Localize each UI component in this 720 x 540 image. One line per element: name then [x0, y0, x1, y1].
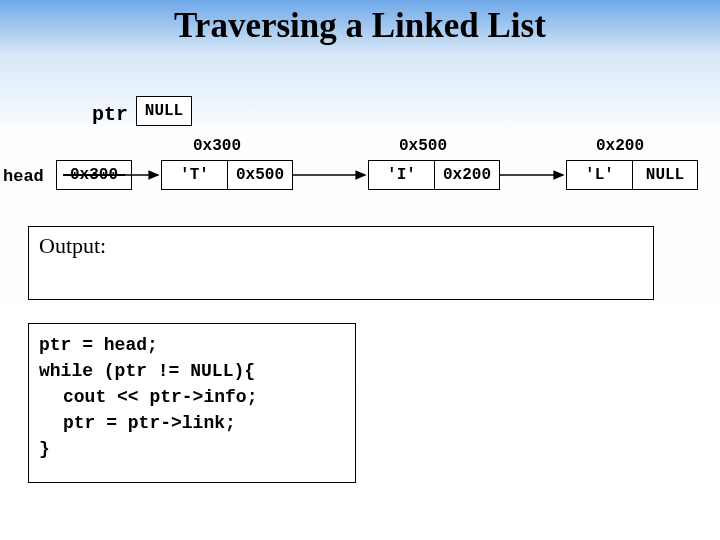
code-line-5: } — [39, 436, 345, 462]
node-1-link: 0x500 — [227, 160, 293, 190]
code-line-1: ptr = head; — [39, 332, 345, 358]
address-node1: 0x300 — [193, 137, 241, 155]
node-2-info: 'I' — [368, 160, 434, 190]
node-1-info: 'T' — [161, 160, 227, 190]
node-3-link: NULL — [632, 160, 698, 190]
output-label: Output: — [39, 233, 106, 258]
node-3-info: 'L' — [566, 160, 632, 190]
head-label: head — [3, 167, 44, 186]
address-node3: 0x200 — [596, 137, 644, 155]
address-node2: 0x500 — [399, 137, 447, 155]
node-1: 'T' 0x500 — [161, 160, 293, 190]
node-3: 'L' NULL — [566, 160, 698, 190]
code-line-3: cout << ptr->info; — [63, 384, 345, 410]
code-line-4: ptr = ptr->link; — [63, 410, 345, 436]
output-box: Output: — [28, 226, 654, 300]
strikethrough-line — [63, 174, 125, 176]
ptr-variable: NULL — [136, 96, 192, 126]
ptr-label: ptr — [92, 103, 128, 126]
ptr-value: NULL — [136, 96, 192, 126]
node-2-link: 0x200 — [434, 160, 500, 190]
slide-title: Traversing a Linked List — [0, 6, 720, 46]
code-box: ptr = head; while (ptr != NULL){ cout <<… — [28, 323, 356, 483]
node-2: 'I' 0x200 — [368, 160, 500, 190]
code-line-2: while (ptr != NULL){ — [39, 358, 345, 384]
